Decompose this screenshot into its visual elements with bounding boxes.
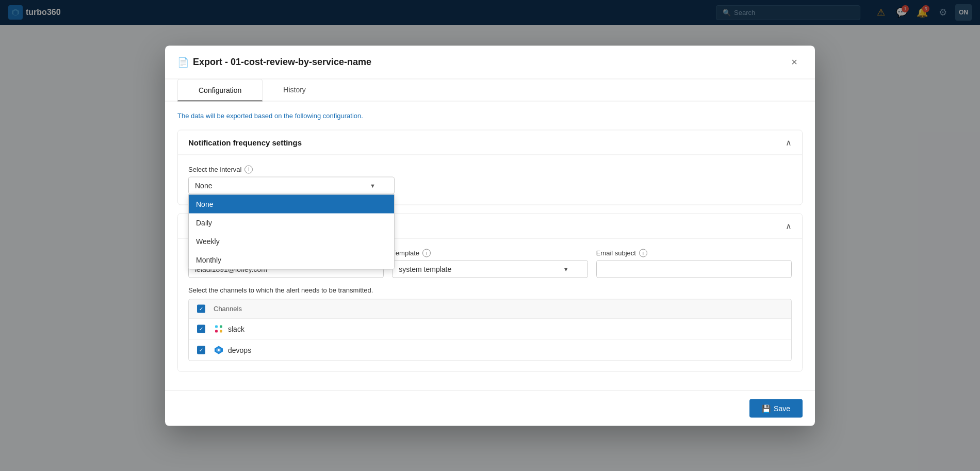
modal-tabs: Configuration History <box>165 79 815 101</box>
channels-table: ✓ Channels ✓ <box>188 299 792 361</box>
channels-column-header: Channels <box>214 305 242 313</box>
modal-footer: 💾 Save <box>165 390 815 426</box>
close-button[interactable]: × <box>786 54 803 70</box>
svg-point-6 <box>218 349 220 351</box>
template-select-wrapper: system template ▼ <box>392 260 587 278</box>
table-row: ✓ <box>189 318 791 339</box>
check-icon: ✓ <box>199 306 203 312</box>
notification-frequency-toggle[interactable]: ∧ <box>786 137 792 147</box>
email-subject-form-group: Email subject i <box>596 249 792 278</box>
notification-frequency-section: Notification frequency settings ∧ Select… <box>177 129 803 205</box>
notification-frequency-body: Select the interval i None ▼ None Daily … <box>178 155 802 204</box>
info-text: The data will be exported based on the f… <box>177 111 803 119</box>
slack-icon <box>214 323 224 334</box>
channels-table-header: ✓ Channels <box>189 299 791 318</box>
interval-info-icon: i <box>244 165 253 173</box>
interval-label: Select the interval i <box>188 165 792 173</box>
svg-rect-5 <box>215 330 218 332</box>
dropdown-option-daily[interactable]: Daily <box>189 213 394 232</box>
dropdown-option-none[interactable]: None <box>189 194 394 213</box>
check-icon: ✓ <box>199 326 203 332</box>
interval-dropdown: None Daily Weekly Monthly <box>188 194 395 269</box>
notification-settings-toggle[interactable]: ∧ <box>786 221 792 231</box>
svg-rect-2 <box>215 325 218 328</box>
interval-select[interactable]: None ▼ <box>188 176 395 194</box>
devops-checkbox[interactable]: ✓ <box>197 346 205 354</box>
check-icon: ✓ <box>199 347 203 353</box>
tab-configuration[interactable]: Configuration <box>177 79 263 101</box>
modal-body: The data will be exported based on the f… <box>165 101 815 390</box>
tab-history[interactable]: History <box>263 79 326 101</box>
template-info-icon: i <box>422 249 431 257</box>
save-icon: 💾 <box>762 404 771 412</box>
table-row: ✓ devops <box>189 339 791 360</box>
channels-instruction: Select the channels to which the alert n… <box>188 286 792 294</box>
dropdown-option-weekly[interactable]: Weekly <box>189 232 394 250</box>
template-chevron-icon: ▼ <box>563 266 569 272</box>
channels-section: Select the channels to which the alert n… <box>188 286 792 361</box>
template-select[interactable]: system template ▼ <box>392 260 587 278</box>
save-button[interactable]: 💾 Save <box>749 399 803 417</box>
chevron-down-icon: ▼ <box>370 182 375 188</box>
dropdown-option-monthly[interactable]: Monthly <box>189 250 394 269</box>
svg-rect-3 <box>220 325 222 328</box>
template-label: Template i <box>392 249 587 257</box>
devops-channel: devops <box>214 345 251 355</box>
slack-channel: slack <box>214 323 244 334</box>
export-icon: 📄 <box>177 56 189 68</box>
email-subject-info-icon: i <box>639 249 647 257</box>
notification-frequency-header: Notification frequency settings ∧ <box>178 130 802 155</box>
email-subject-input[interactable] <box>596 260 792 278</box>
modal-title: 📄 Export - 01-cost-review-by-service-nam… <box>177 56 371 68</box>
export-modal: 📄 Export - 01-cost-review-by-service-nam… <box>165 45 815 426</box>
svg-rect-4 <box>220 330 222 332</box>
notification-frequency-title: Notification frequency settings <box>188 138 302 147</box>
slack-checkbox[interactable]: ✓ <box>197 324 205 333</box>
devops-icon <box>214 345 224 355</box>
channels-select-all-checkbox[interactable]: ✓ <box>197 304 205 313</box>
modal-header: 📄 Export - 01-cost-review-by-service-nam… <box>165 45 815 79</box>
template-form-group: Template i system template ▼ <box>392 249 587 278</box>
interval-select-wrapper: None ▼ None Daily Weekly Monthly <box>188 176 395 194</box>
email-subject-label: Email subject i <box>596 249 792 257</box>
